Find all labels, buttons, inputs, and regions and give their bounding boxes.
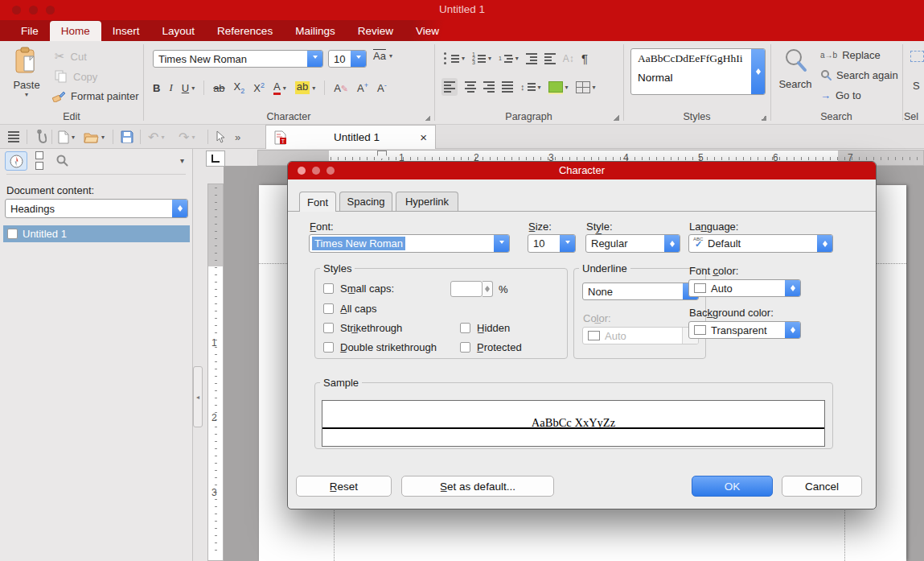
font-name-dropdown-icon[interactable]: [307, 51, 322, 67]
bullet-list-button[interactable]: ▾: [444, 52, 465, 64]
underline-type-combobox[interactable]: None: [582, 283, 699, 300]
new-document-button[interactable]: ▾: [58, 128, 75, 146]
font-name-combobox[interactable]: Times New Roman: [153, 50, 323, 68]
go-to-button[interactable]: → Go to: [820, 89, 861, 101]
close-document-icon[interactable]: ×: [420, 130, 427, 144]
underline-button[interactable]: U ▾: [182, 82, 195, 94]
outline-item-checkbox[interactable]: [7, 229, 18, 239]
background-color-spinner[interactable]: [785, 322, 800, 338]
paste-dropdown-icon[interactable]: ▾: [8, 91, 45, 98]
tab-mailings[interactable]: Mailings: [284, 21, 347, 41]
increase-indent-button[interactable]: [544, 53, 556, 64]
tab-home[interactable]: Home: [50, 21, 101, 41]
protected-checkbox[interactable]: [460, 342, 470, 353]
shrink-font-button[interactable]: A-: [377, 81, 387, 94]
subscript-button[interactable]: X2: [234, 80, 245, 95]
toolbar-overflow-button[interactable]: »: [235, 128, 240, 146]
paste-button[interactable]: Paste ▾: [8, 47, 45, 98]
sidebar-collapse-handle[interactable]: ◂: [193, 366, 203, 427]
justify-button[interactable]: [502, 81, 513, 93]
dialog-size-combobox[interactable]: 10: [528, 234, 576, 253]
set-as-default-button[interactable]: S̲et as default...: [401, 476, 554, 497]
strikethrough-button[interactable]: ab: [213, 82, 224, 94]
redo-button[interactable]: ↷ ▾: [179, 128, 195, 146]
percent-spinner[interactable]: [483, 281, 493, 297]
dialog-tab-spacing[interactable]: Spacing: [339, 192, 392, 211]
sidebar-toggle-button[interactable]: [8, 128, 19, 146]
multilevel-list-button[interactable]: 1 ▾: [499, 55, 519, 63]
clear-formatting-button[interactable]: A✎: [334, 82, 348, 94]
character-group-dialog-launcher[interactable]: [425, 115, 430, 121]
dialog-style-spinner[interactable]: [664, 235, 680, 252]
percent-input[interactable]: [450, 281, 483, 297]
search-again-button[interactable]: Search again: [820, 69, 898, 81]
small-caps-checkbox[interactable]: [323, 283, 334, 294]
font-color-spinner[interactable]: [785, 280, 800, 296]
cancel-button[interactable]: Cancel: [782, 476, 862, 497]
bold-button[interactable]: B: [153, 82, 160, 94]
document-tab[interactable]: T Untitled 1 ×: [265, 125, 436, 149]
background-color-combobox[interactable]: Transparent: [688, 321, 801, 339]
line-spacing-button[interactable]: ↕ ▾: [520, 82, 541, 92]
dialog-size-dropdown-icon[interactable]: [560, 235, 575, 252]
tab-review[interactable]: Review: [347, 21, 405, 41]
font-color-combobox[interactable]: Auto: [688, 279, 801, 297]
hidden-checkbox[interactable]: [460, 323, 470, 333]
align-right-button[interactable]: [483, 81, 495, 93]
dialog-style-combobox[interactable]: Regular: [585, 234, 680, 253]
undo-button[interactable]: ↶ ▾: [148, 128, 164, 146]
borders-button[interactable]: ▾: [576, 81, 596, 93]
pages-tool-button[interactable]: [29, 151, 50, 169]
align-left-button[interactable]: [441, 78, 458, 96]
all-caps-checkbox[interactable]: [323, 303, 334, 314]
styles-gallery[interactable]: AaBbCcDdEeFfGgHhIi Normal: [630, 48, 766, 95]
select-button[interactable]: [910, 51, 924, 62]
replace-button[interactable]: a→b Replace: [820, 49, 881, 61]
tab-layout[interactable]: Layout: [151, 21, 207, 41]
superscript-button[interactable]: X2: [253, 81, 265, 94]
shading-button[interactable]: ▾: [548, 81, 569, 93]
navigator-tool-button[interactable]: [5, 151, 27, 171]
tab-file[interactable]: File: [10, 21, 50, 41]
content-filter-combobox[interactable]: Headings: [5, 199, 188, 218]
align-center-button[interactable]: [465, 81, 476, 93]
dialog-font-combobox[interactable]: Times New Roman: [309, 234, 510, 253]
sidebar-menu-dropdown-icon[interactable]: ▾: [180, 156, 184, 165]
font-size-dropdown-icon[interactable]: [351, 51, 366, 67]
copy-button[interactable]: Copy: [55, 70, 97, 83]
content-filter-spinner[interactable]: [172, 200, 187, 217]
open-document-button[interactable]: ▾: [84, 128, 105, 146]
dialog-tab-hyperlink[interactable]: Hyperlink: [396, 192, 458, 211]
paragraph-group-dialog-launcher[interactable]: [614, 115, 619, 121]
styles-gallery-spinner[interactable]: [751, 49, 765, 94]
dialog-language-combobox[interactable]: ABC ✓ Default: [688, 234, 833, 253]
cut-button[interactable]: ✂ Cut: [55, 49, 87, 64]
dialog-titlebar[interactable]: Character: [288, 162, 876, 179]
dialog-font-dropdown-icon[interactable]: [494, 235, 509, 252]
highlight-button[interactable]: ab ▾: [295, 81, 315, 94]
decrease-indent-button[interactable]: [526, 53, 537, 64]
italic-button[interactable]: I: [169, 81, 172, 94]
small-caps-percent-field[interactable]: %: [450, 281, 508, 297]
font-color-button[interactable]: A ▾: [273, 81, 286, 95]
double-strikethrough-checkbox[interactable]: [323, 342, 334, 353]
font-size-combobox[interactable]: 10: [328, 50, 367, 68]
vertical-ruler[interactable]: 1 2 3: [207, 184, 224, 561]
change-case-button[interactable]: Aa ▾: [373, 50, 392, 62]
dialog-tab-font[interactable]: Font: [299, 192, 336, 212]
touch-mode-button[interactable]: [34, 128, 47, 146]
numbered-list-button[interactable]: 123 ▾: [472, 52, 491, 64]
sidebar-search-button[interactable]: [51, 151, 72, 169]
dialog-language-spinner[interactable]: [817, 235, 832, 252]
tab-stop-selector[interactable]: [206, 151, 225, 167]
tab-view[interactable]: View: [405, 21, 450, 41]
styles-group-dialog-launcher[interactable]: [761, 115, 766, 121]
search-button[interactable]: Search: [777, 47, 814, 90]
document-outline-item[interactable]: Untitled 1: [3, 225, 190, 242]
tab-insert[interactable]: Insert: [101, 21, 151, 41]
reset-button[interactable]: R̲eset: [296, 476, 392, 497]
strikethrough-checkbox[interactable]: [323, 323, 334, 333]
tab-references[interactable]: References: [206, 21, 284, 41]
formatting-marks-button[interactable]: ¶: [581, 52, 588, 65]
format-painter-button[interactable]: Format painter: [51, 89, 139, 102]
